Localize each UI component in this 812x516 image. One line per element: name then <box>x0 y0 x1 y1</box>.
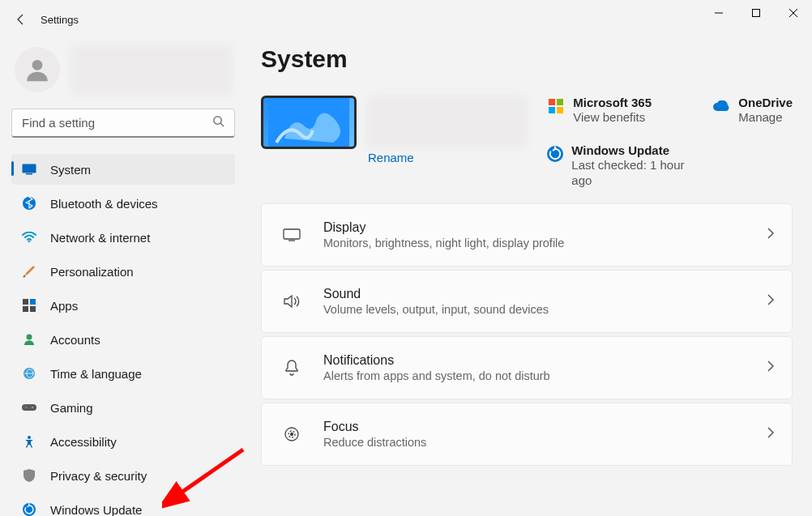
sidebar-item-label: Network & internet <box>50 231 150 245</box>
svg-rect-6 <box>26 173 32 175</box>
promo-title: OneDrive <box>738 96 793 109</box>
focus-icon <box>280 426 304 442</box>
svg-rect-11 <box>23 306 28 312</box>
sidebar-item-time[interactable]: Time & language <box>11 358 235 389</box>
sidebar-item-personalization[interactable]: Personalization <box>11 256 235 287</box>
svg-rect-26 <box>284 229 300 239</box>
bluetooth-icon <box>21 195 37 211</box>
chevron-right-icon <box>767 294 774 309</box>
page-title: System <box>261 45 793 73</box>
window-title: Settings <box>41 14 79 26</box>
sidebar-item-privacy[interactable]: Privacy & security <box>11 460 235 491</box>
card-sound[interactable]: Sound Volume levels, output, input, soun… <box>261 270 793 333</box>
person-icon <box>21 331 37 348</box>
svg-line-4 <box>220 123 224 126</box>
globe-clock-icon <box>21 365 37 382</box>
svg-rect-21 <box>549 99 555 105</box>
sidebar-item-apps[interactable]: Apps <box>11 290 235 321</box>
svg-rect-12 <box>30 306 36 312</box>
card-sub: Volume levels, output, input, sound devi… <box>323 303 549 316</box>
sidebar-item-label: Windows Update <box>50 503 142 517</box>
sidebar-item-gaming[interactable]: Gaming <box>11 392 235 423</box>
promo-windows-update[interactable]: Windows Update Last checked: 1 hour ago <box>547 143 685 189</box>
profile-name-redacted <box>71 45 232 94</box>
card-title: Focus <box>323 420 426 434</box>
svg-point-3 <box>214 117 221 124</box>
sidebar-item-label: Privacy & security <box>50 469 147 483</box>
device-info-bar: Rename Microsoft 365 View benefits OneDr… <box>261 96 793 189</box>
sidebar: System Bluetooth & devices Network & int… <box>0 39 243 516</box>
promo-sub: View benefits <box>573 109 652 126</box>
rename-link[interactable]: Rename <box>368 151 527 164</box>
gamepad-icon <box>21 399 37 416</box>
avatar <box>15 47 60 92</box>
update-icon <box>547 145 563 163</box>
shield-icon <box>21 467 37 484</box>
card-sub: Alerts from apps and system, do not dist… <box>323 369 550 382</box>
card-display[interactable]: Display Monitors, brightness, night ligh… <box>261 203 793 267</box>
profile-block[interactable] <box>11 39 235 109</box>
sidebar-item-label: Apps <box>50 299 78 313</box>
promo-onedrive[interactable]: OneDrive Manage <box>712 96 793 126</box>
search-icon <box>212 115 224 130</box>
sidebar-item-system[interactable]: System <box>11 154 235 185</box>
sidebar-item-label: Gaming <box>50 401 93 415</box>
promo-microsoft365[interactable]: Microsoft 365 View benefits <box>547 96 685 126</box>
sidebar-item-accessibility[interactable]: Accessibility <box>11 426 235 457</box>
svg-rect-9 <box>23 299 28 305</box>
titlebar: Settings <box>0 0 812 39</box>
sidebar-item-label: Personalization <box>50 265 134 279</box>
sidebar-item-windows-update[interactable]: Windows Update <box>11 494 235 516</box>
microsoft365-icon <box>547 97 565 115</box>
device-name-redacted <box>368 96 527 147</box>
promo-sub: Last checked: 1 hour ago <box>571 157 685 189</box>
maximize-button[interactable] <box>737 0 775 26</box>
sidebar-item-label: Accessibility <box>50 435 117 449</box>
svg-point-13 <box>27 335 32 340</box>
svg-rect-24 <box>557 107 563 113</box>
paintbrush-icon <box>21 263 37 279</box>
svg-rect-5 <box>23 164 36 173</box>
sidebar-item-label: System <box>50 163 91 177</box>
device-thumbnail[interactable] <box>261 96 357 149</box>
sidebar-item-accounts[interactable]: Accounts <box>11 324 235 355</box>
chevron-right-icon <box>767 228 774 242</box>
svg-rect-1 <box>753 10 760 17</box>
search-input[interactable] <box>22 116 212 130</box>
card-title: Notifications <box>323 353 550 368</box>
search-box[interactable] <box>11 109 235 138</box>
svg-point-30 <box>291 433 293 435</box>
main-content: System Rename Microsoft 365 View benefit… <box>243 39 812 516</box>
svg-rect-23 <box>549 107 555 113</box>
monitor-icon <box>21 161 37 177</box>
onedrive-icon <box>712 97 730 115</box>
back-button[interactable] <box>13 11 29 28</box>
minimize-button[interactable] <box>700 0 737 26</box>
accessibility-icon <box>21 433 37 450</box>
card-title: Display <box>323 220 564 235</box>
card-sub: Monitors, brightness, night light, displ… <box>323 237 564 249</box>
svg-point-8 <box>28 241 31 243</box>
card-title: Sound <box>323 287 549 301</box>
sidebar-item-label: Bluetooth & devices <box>50 197 158 211</box>
chevron-right-icon <box>767 360 774 375</box>
svg-rect-10 <box>30 299 36 305</box>
svg-point-17 <box>32 407 33 408</box>
promo-sub: Manage <box>738 109 793 126</box>
card-sub: Reduce distractions <box>323 436 426 449</box>
card-focus[interactable]: Focus Reduce distractions <box>261 403 793 466</box>
svg-rect-22 <box>557 99 563 105</box>
sidebar-item-bluetooth[interactable]: Bluetooth & devices <box>11 188 235 219</box>
chevron-right-icon <box>767 427 774 441</box>
svg-point-18 <box>28 436 31 439</box>
sidebar-item-label: Accounts <box>50 333 100 347</box>
sidebar-item-network[interactable]: Network & internet <box>11 222 235 253</box>
update-icon <box>21 501 37 516</box>
promo-title: Microsoft 365 <box>573 96 652 109</box>
svg-rect-15 <box>22 404 36 411</box>
close-button[interactable] <box>775 0 812 26</box>
card-notifications[interactable]: Notifications Alerts from apps and syste… <box>261 336 793 399</box>
sound-icon <box>280 294 304 309</box>
sidebar-item-label: Time & language <box>50 367 142 381</box>
svg-point-2 <box>32 60 43 70</box>
